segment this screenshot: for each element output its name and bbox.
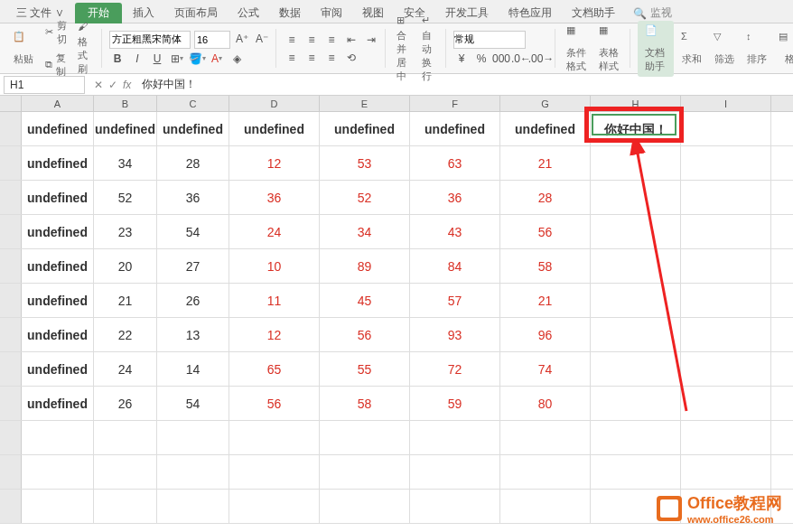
cell[interactable] (681, 421, 771, 454)
indent-right-button[interactable]: ⇥ (363, 32, 379, 48)
cell[interactable]: 12 (229, 146, 320, 180)
cell[interactable]: 36 (229, 181, 320, 214)
align-right-button[interactable]: ≡ (323, 50, 340, 66)
cell[interactable] (500, 455, 591, 489)
cell[interactable]: undefined (22, 112, 94, 145)
cell[interactable]: 28 (157, 146, 229, 180)
confirm-button[interactable]: ✓ (108, 79, 117, 91)
cancel-button[interactable]: ✕ (94, 79, 103, 91)
percent-button[interactable]: % (473, 51, 490, 67)
merge-button[interactable]: ⊞ 合并居中 (393, 13, 415, 85)
search-box[interactable]: 🔍 监视 (633, 5, 672, 21)
cell[interactable]: 56 (320, 318, 410, 351)
cell[interactable] (320, 421, 410, 454)
cell[interactable] (157, 490, 229, 523)
cell[interactable]: 21 (94, 284, 157, 317)
cell[interactable] (410, 421, 500, 454)
tab-doc-assist[interactable]: 文档助手 (563, 3, 624, 23)
cut-button[interactable]: ✂ 剪切 (42, 17, 70, 48)
cell[interactable] (94, 421, 157, 454)
cell[interactable] (591, 421, 681, 454)
cell[interactable]: 12 (229, 318, 320, 351)
cell[interactable]: undefined (229, 112, 320, 145)
col-header-B[interactable]: B (94, 96, 157, 111)
align-top-button[interactable]: ≡ (284, 32, 300, 48)
clear-format-button[interactable]: ◈ (229, 51, 245, 67)
align-middle-button[interactable]: ≡ (303, 32, 320, 48)
col-header-D[interactable]: D (229, 96, 320, 111)
increase-decimal-button[interactable]: .0← (513, 51, 529, 67)
cell[interactable]: 89 (320, 249, 410, 283)
cell[interactable]: undefined (22, 387, 94, 420)
col-header-H[interactable]: H (591, 96, 681, 111)
align-bottom-button[interactable]: ≡ (323, 32, 340, 48)
cell[interactable]: 74 (500, 352, 591, 386)
cell[interactable]: 52 (320, 181, 410, 214)
cell[interactable]: 26 (157, 284, 229, 317)
filter-button[interactable]: ▽ 筛选 (710, 29, 739, 68)
align-left-button[interactable]: ≡ (284, 50, 300, 66)
sum-button[interactable]: Σ 求和 (677, 29, 706, 68)
underline-button[interactable]: U (149, 51, 165, 67)
sort-button[interactable]: ↕ 排序 (742, 29, 771, 68)
cell[interactable] (681, 455, 771, 489)
cell[interactable]: 52 (94, 181, 157, 214)
comma-button[interactable]: 000 (493, 51, 509, 67)
format-button[interactable]: ▤ 格 (775, 29, 793, 68)
increase-font-button[interactable]: A⁺ (234, 31, 250, 47)
cell[interactable]: 14 (157, 352, 229, 386)
cell[interactable]: 96 (500, 318, 591, 351)
cell[interactable]: 56 (500, 215, 591, 248)
cell[interactable] (591, 284, 681, 317)
cell[interactable] (229, 490, 320, 523)
row-header[interactable] (0, 421, 22, 454)
cell[interactable]: 21 (500, 284, 591, 317)
row-header[interactable] (0, 318, 22, 351)
cell[interactable]: 54 (157, 215, 229, 248)
row-header[interactable] (0, 352, 22, 386)
row-header[interactable] (0, 215, 22, 248)
decrease-font-button[interactable]: A⁻ (254, 31, 270, 47)
decrease-decimal-button[interactable]: .00→ (533, 51, 549, 67)
cell[interactable] (591, 455, 681, 489)
cell[interactable]: 59 (410, 387, 500, 420)
font-name-select[interactable] (109, 31, 191, 49)
cell[interactable] (320, 455, 410, 489)
row-header[interactable] (0, 455, 22, 489)
cell[interactable] (22, 490, 94, 523)
cell[interactable] (157, 421, 229, 454)
cell[interactable] (320, 490, 410, 523)
tab-formula[interactable]: 公式 (229, 3, 268, 23)
cell[interactable] (94, 490, 157, 523)
cell[interactable]: 11 (229, 284, 320, 317)
fill-color-button[interactable]: 🪣▾ (189, 51, 205, 67)
cell[interactable]: undefined (94, 112, 157, 145)
cell[interactable] (500, 490, 591, 523)
cond-format-button[interactable]: ▦ 条件格式 (563, 23, 592, 75)
cell[interactable] (94, 455, 157, 489)
fx-button[interactable]: fx (123, 79, 131, 91)
cell[interactable] (591, 387, 681, 420)
tab-dev[interactable]: 开发工具 (436, 3, 498, 23)
formula-input[interactable]: 你好中国！ (136, 77, 793, 92)
cell[interactable] (591, 146, 681, 180)
cell[interactable]: undefined (22, 181, 94, 214)
cell[interactable]: 21 (500, 146, 591, 180)
cell[interactable]: 36 (157, 181, 229, 214)
tab-view[interactable]: 视图 (353, 3, 393, 23)
cell[interactable] (22, 455, 94, 489)
col-header-A[interactable]: A (22, 96, 94, 111)
cell[interactable]: undefined (22, 215, 94, 248)
cell[interactable]: undefined (22, 352, 94, 386)
cell[interactable]: undefined (320, 112, 410, 145)
cell[interactable] (591, 352, 681, 386)
align-center-button[interactable]: ≡ (303, 50, 320, 66)
cell[interactable]: 28 (500, 181, 591, 214)
currency-button[interactable]: ¥ (453, 51, 470, 67)
wrap-button[interactable]: ↵ 自动换行 (418, 13, 440, 85)
cell[interactable]: 27 (157, 249, 229, 283)
cell[interactable]: undefined (22, 249, 94, 283)
cell[interactable]: 34 (94, 146, 157, 180)
cell[interactable]: 26 (94, 387, 157, 420)
cell[interactable]: undefined (22, 146, 94, 180)
